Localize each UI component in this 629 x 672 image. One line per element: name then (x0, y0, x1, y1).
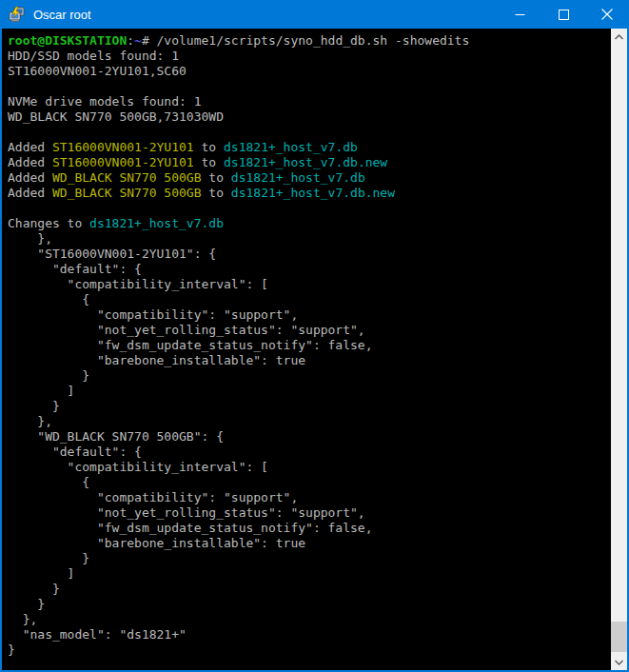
close-icon (601, 9, 613, 20)
minimize-icon (515, 10, 525, 20)
terminal-line: } (8, 582, 611, 597)
scrollbar-thumb[interactable] (611, 622, 627, 652)
terminal-line: "compatibility_interval": [ (8, 460, 611, 475)
terminal-line: ] (8, 566, 611, 582)
terminal-line: } (8, 368, 611, 384)
terminal-line: { (8, 475, 611, 490)
scroll-up-button[interactable] (611, 29, 627, 45)
terminal-line: "default": { (8, 262, 611, 277)
terminal-line (8, 201, 611, 216)
terminal-line: "barebone_installable": true (8, 536, 611, 551)
terminal-line: "default": { (8, 445, 611, 460)
terminal-line: "compatibility_interval": [ (8, 277, 611, 292)
window-body: root@DISKSTATION:~# /volume1/scripts/syn… (0, 29, 629, 672)
terminal-line: Added ST16000VN001-2YU101 to ds1821+_hos… (8, 155, 611, 170)
terminal-line: }, (8, 414, 611, 429)
chevron-down-icon (615, 660, 623, 665)
terminal-line: { (8, 292, 611, 307)
terminal-line: } (8, 642, 611, 658)
terminal-line: HDD/SSD models found: 1 (8, 49, 611, 64)
terminal-line: root@DISKSTATION:~# /volume1/scripts/syn… (8, 33, 611, 49)
terminal-line: Added WD_BLACK SN770 500GB to ds1821+_ho… (8, 170, 611, 186)
terminal-line: "WD_BLACK SN770 500GB": { (8, 429, 611, 445)
terminal-line: }, (8, 612, 611, 627)
terminal-line: "barebone_installable": true (8, 353, 611, 368)
terminal-line: } (8, 551, 611, 566)
terminal-line (8, 125, 611, 140)
terminal-line: Added WD_BLACK SN770 500GB to ds1821+_ho… (8, 186, 611, 201)
titlebar[interactable]: Oscar root (0, 0, 629, 29)
terminal-line: } (8, 399, 611, 414)
terminal-line: "not_yet_rolling_status": "support", (8, 505, 611, 521)
terminal-line: "compatibility": "support", (8, 307, 611, 323)
terminal-content[interactable]: root@DISKSTATION:~# /volume1/scripts/syn… (2, 29, 611, 670)
terminal-line (8, 79, 611, 94)
maximize-button[interactable] (541, 0, 585, 29)
scroll-down-button[interactable] (611, 654, 627, 670)
window-title: Oscar root (33, 8, 498, 22)
close-button[interactable] (585, 0, 629, 29)
terminal-line: "not_yet_rolling_status": "support", (8, 323, 611, 338)
scrollbar[interactable] (611, 29, 627, 670)
terminal-line: } (8, 597, 611, 612)
minimize-button[interactable] (498, 0, 541, 29)
terminal-line: WD_BLACK SN770 500GB,731030WD (8, 109, 611, 125)
terminal-line: "fw_dsm_update_status_notify": false, (8, 338, 611, 353)
terminal-line: }, (8, 231, 611, 247)
terminal-line: Added ST16000VN001-2YU101 to ds1821+_hos… (8, 140, 611, 155)
terminal-line: "nas_model": "ds1821+" (8, 627, 611, 642)
putty-terminal-icon[interactable] (9, 6, 26, 23)
terminal-line: "ST16000VN001-2YU101": { (8, 247, 611, 262)
terminal-line: ST16000VN001-2YU101,SC60 (8, 64, 611, 79)
terminal-line: Changes to ds1821+_host_v7.db (8, 216, 611, 231)
maximize-icon (559, 10, 569, 20)
terminal-line: ] (8, 384, 611, 399)
terminal-line: NVMe drive models found: 1 (8, 94, 611, 109)
terminal-line: "fw_dsm_update_status_notify": false, (8, 521, 611, 536)
terminal-line: "compatibility": "support", (8, 490, 611, 505)
chevron-up-icon (615, 34, 623, 40)
putty-window: Oscar root root@DISKSTATION:~# /volume1/… (0, 0, 629, 672)
